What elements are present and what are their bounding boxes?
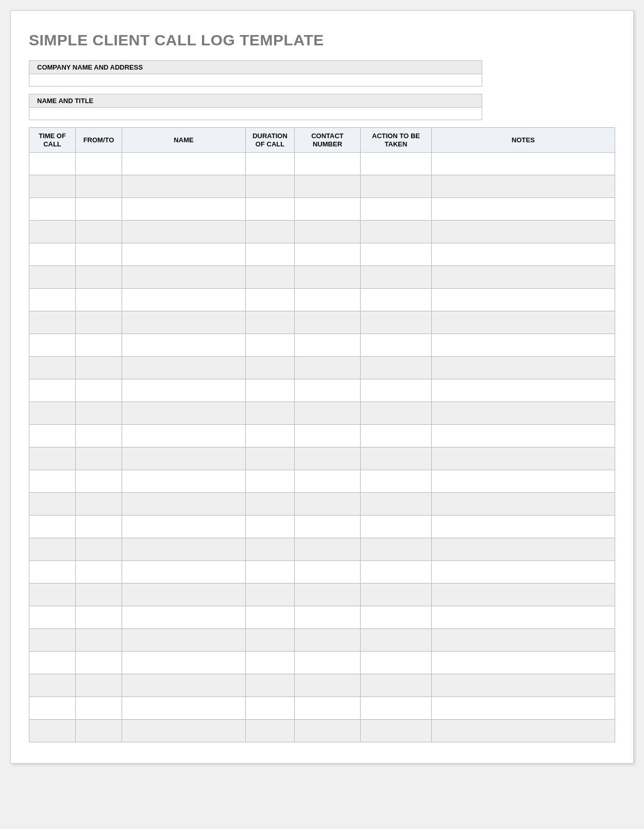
table-cell[interactable] bbox=[76, 652, 122, 674]
table-cell[interactable] bbox=[295, 175, 361, 198]
table-cell[interactable] bbox=[76, 266, 122, 289]
table-cell[interactable] bbox=[295, 402, 361, 425]
table-cell[interactable] bbox=[361, 266, 432, 289]
table-cell[interactable] bbox=[432, 175, 615, 198]
table-cell[interactable] bbox=[432, 697, 615, 720]
table-cell[interactable] bbox=[29, 334, 76, 357]
table-cell[interactable] bbox=[29, 175, 76, 198]
table-cell[interactable] bbox=[246, 243, 295, 266]
table-cell[interactable] bbox=[295, 311, 361, 334]
table-cell[interactable] bbox=[361, 221, 432, 243]
table-cell[interactable] bbox=[361, 674, 432, 697]
table-cell[interactable] bbox=[29, 606, 76, 629]
table-cell[interactable] bbox=[432, 493, 615, 516]
table-cell[interactable] bbox=[361, 493, 432, 516]
table-cell[interactable] bbox=[122, 402, 246, 425]
table-cell[interactable] bbox=[295, 379, 361, 402]
table-cell[interactable] bbox=[295, 584, 361, 606]
table-cell[interactable] bbox=[295, 720, 361, 742]
table-cell[interactable] bbox=[432, 289, 615, 311]
table-cell[interactable] bbox=[76, 674, 122, 697]
table-cell[interactable] bbox=[432, 720, 615, 742]
table-cell[interactable] bbox=[76, 447, 122, 470]
table-cell[interactable] bbox=[295, 153, 361, 175]
table-cell[interactable] bbox=[246, 311, 295, 334]
table-cell[interactable] bbox=[122, 606, 246, 629]
table-cell[interactable] bbox=[29, 402, 76, 425]
table-cell[interactable] bbox=[361, 584, 432, 606]
table-cell[interactable] bbox=[295, 334, 361, 357]
table-cell[interactable] bbox=[361, 243, 432, 266]
table-cell[interactable] bbox=[246, 153, 295, 175]
table-cell[interactable] bbox=[246, 584, 295, 606]
table-cell[interactable] bbox=[246, 357, 295, 379]
table-cell[interactable] bbox=[432, 606, 615, 629]
table-cell[interactable] bbox=[29, 425, 76, 447]
table-cell[interactable] bbox=[246, 198, 295, 221]
table-cell[interactable] bbox=[29, 198, 76, 221]
table-cell[interactable] bbox=[29, 221, 76, 243]
table-cell[interactable] bbox=[295, 470, 361, 493]
table-cell[interactable] bbox=[361, 425, 432, 447]
table-cell[interactable] bbox=[361, 357, 432, 379]
table-cell[interactable] bbox=[361, 153, 432, 175]
table-cell[interactable] bbox=[295, 516, 361, 538]
table-cell[interactable] bbox=[122, 221, 246, 243]
table-cell[interactable] bbox=[122, 289, 246, 311]
table-cell[interactable] bbox=[29, 697, 76, 720]
table-cell[interactable] bbox=[122, 447, 246, 470]
table-cell[interactable] bbox=[432, 584, 615, 606]
table-cell[interactable] bbox=[29, 311, 76, 334]
table-cell[interactable] bbox=[122, 379, 246, 402]
table-cell[interactable] bbox=[295, 243, 361, 266]
table-cell[interactable] bbox=[295, 289, 361, 311]
table-cell[interactable] bbox=[432, 243, 615, 266]
table-cell[interactable] bbox=[432, 221, 615, 243]
table-cell[interactable] bbox=[122, 198, 246, 221]
table-cell[interactable] bbox=[361, 289, 432, 311]
table-cell[interactable] bbox=[76, 493, 122, 516]
table-cell[interactable] bbox=[76, 289, 122, 311]
table-cell[interactable] bbox=[76, 175, 122, 198]
table-cell[interactable] bbox=[76, 561, 122, 584]
table-cell[interactable] bbox=[295, 538, 361, 561]
table-cell[interactable] bbox=[361, 697, 432, 720]
company-value-field[interactable] bbox=[29, 74, 482, 87]
table-cell[interactable] bbox=[122, 584, 246, 606]
table-cell[interactable] bbox=[29, 584, 76, 606]
table-cell[interactable] bbox=[76, 584, 122, 606]
table-cell[interactable] bbox=[361, 379, 432, 402]
table-cell[interactable] bbox=[361, 652, 432, 674]
table-cell[interactable] bbox=[76, 311, 122, 334]
table-cell[interactable] bbox=[432, 334, 615, 357]
table-cell[interactable] bbox=[361, 311, 432, 334]
table-cell[interactable] bbox=[246, 516, 295, 538]
table-cell[interactable] bbox=[29, 289, 76, 311]
table-cell[interactable] bbox=[76, 606, 122, 629]
table-cell[interactable] bbox=[246, 425, 295, 447]
table-cell[interactable] bbox=[295, 561, 361, 584]
table-cell[interactable] bbox=[361, 606, 432, 629]
table-cell[interactable] bbox=[246, 674, 295, 697]
table-cell[interactable] bbox=[122, 470, 246, 493]
table-cell[interactable] bbox=[122, 674, 246, 697]
table-cell[interactable] bbox=[361, 561, 432, 584]
table-cell[interactable] bbox=[122, 561, 246, 584]
table-cell[interactable] bbox=[361, 402, 432, 425]
table-cell[interactable] bbox=[29, 674, 76, 697]
table-cell[interactable] bbox=[432, 357, 615, 379]
table-cell[interactable] bbox=[361, 334, 432, 357]
table-cell[interactable] bbox=[295, 652, 361, 674]
table-cell[interactable] bbox=[122, 629, 246, 652]
table-cell[interactable] bbox=[29, 447, 76, 470]
table-cell[interactable] bbox=[122, 493, 246, 516]
table-cell[interactable] bbox=[246, 266, 295, 289]
table-cell[interactable] bbox=[29, 379, 76, 402]
table-cell[interactable] bbox=[122, 311, 246, 334]
table-cell[interactable] bbox=[76, 379, 122, 402]
table-cell[interactable] bbox=[432, 561, 615, 584]
table-cell[interactable] bbox=[432, 516, 615, 538]
table-cell[interactable] bbox=[432, 198, 615, 221]
table-cell[interactable] bbox=[295, 425, 361, 447]
table-cell[interactable] bbox=[295, 357, 361, 379]
